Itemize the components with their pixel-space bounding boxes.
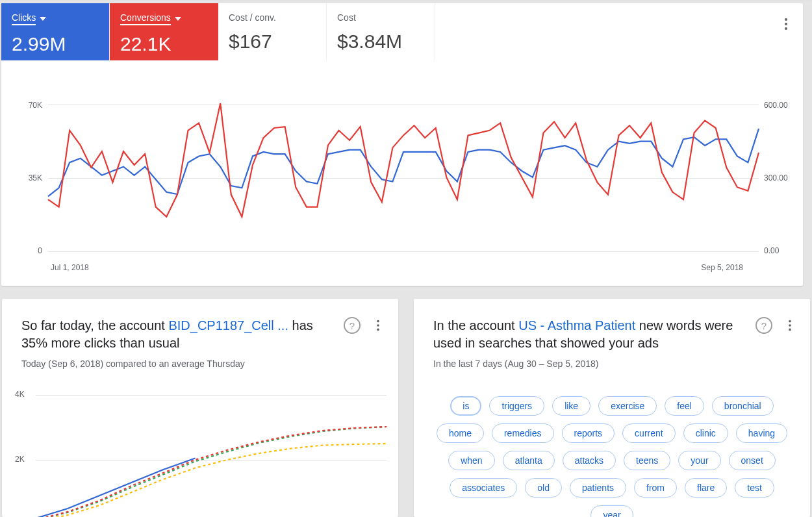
card-menu-button[interactable] bbox=[783, 318, 797, 333]
kpi-label: Cost bbox=[337, 12, 424, 23]
help-icon[interactable]: ? bbox=[344, 317, 361, 334]
svg-point-3 bbox=[377, 320, 379, 323]
search-term-pill[interactable]: exercise bbox=[598, 396, 657, 416]
search-term-pill[interactable]: teens bbox=[624, 451, 670, 470]
headline-prefix: In the account bbox=[433, 318, 518, 333]
search-term-pill[interactable]: current bbox=[622, 423, 676, 443]
y-right-tick: 0.00 bbox=[764, 246, 779, 255]
svg-point-8 bbox=[789, 329, 791, 331]
card-menu-button[interactable] bbox=[371, 318, 385, 333]
search-term-pill[interactable]: your bbox=[678, 451, 720, 470]
insight-subtext: In the last 7 days (Aug 30 – Sep 5, 2018… bbox=[433, 359, 791, 369]
search-term-pill[interactable]: feel bbox=[665, 396, 704, 416]
card-menu-button[interactable] bbox=[778, 16, 794, 32]
search-term-pill[interactable]: having bbox=[736, 423, 787, 443]
kpi-value: $3.84M bbox=[337, 31, 424, 53]
search-term-pill[interactable]: when bbox=[448, 451, 494, 470]
search-terms-pills: istriggerslikeexercisefeelbronchialhomer… bbox=[433, 396, 791, 517]
search-term-pill[interactable]: remedies bbox=[492, 423, 554, 443]
search-term-pill[interactable]: reports bbox=[562, 423, 615, 443]
kpi-row: Clicks 2.99M Conversions 22.1K Cost / co… bbox=[1, 3, 803, 60]
svg-point-1 bbox=[785, 23, 787, 25]
insight-subtext: Today (Sep 6, 2018) compared to an avera… bbox=[21, 359, 379, 369]
series-avg-high bbox=[36, 427, 387, 517]
series-conversions bbox=[48, 103, 759, 217]
kpi-clicks[interactable]: Clicks 2.99M bbox=[1, 3, 110, 60]
kpi-label: Clicks bbox=[12, 12, 36, 25]
y-left-tick: 0 bbox=[38, 246, 42, 255]
kpi-cost[interactable]: Cost $3.84M bbox=[327, 3, 435, 60]
account-link[interactable]: BID_CP1187_Cell ... bbox=[168, 318, 288, 333]
search-term-pill[interactable]: home bbox=[437, 423, 484, 443]
series-avg-mid bbox=[36, 427, 387, 517]
svg-point-6 bbox=[789, 320, 791, 323]
svg-point-0 bbox=[785, 18, 787, 21]
svg-point-4 bbox=[377, 324, 379, 327]
series-today bbox=[36, 459, 195, 518]
help-icon[interactable]: ? bbox=[755, 317, 772, 334]
overview-card: Clicks 2.99M Conversions 22.1K Cost / co… bbox=[1, 3, 803, 286]
svg-point-5 bbox=[377, 329, 379, 331]
insight-card-search-terms: ? In the account US - Asthma Patient new… bbox=[414, 299, 810, 517]
search-term-pill[interactable]: bronchial bbox=[712, 396, 774, 416]
search-term-pill[interactable]: triggers bbox=[489, 396, 544, 416]
search-term-pill[interactable]: onset bbox=[729, 451, 776, 470]
series-clicks bbox=[48, 129, 759, 196]
x-end-label: Sep 5, 2018 bbox=[701, 263, 743, 272]
search-term-pill[interactable]: year bbox=[590, 505, 633, 517]
y-tick: 4K bbox=[15, 390, 25, 399]
headline-prefix: So far today, the account bbox=[21, 318, 168, 333]
svg-point-2 bbox=[785, 27, 787, 30]
kpi-cost-per-conv[interactable]: Cost / conv. $167 bbox=[218, 3, 327, 60]
search-term-pill[interactable]: clinic bbox=[683, 423, 728, 443]
insights-row: ? So far today, the account BID_CP1187_C… bbox=[0, 299, 812, 517]
kpi-conversions[interactable]: Conversions 22.1K bbox=[110, 3, 218, 60]
account-link[interactable]: US - Asthma Patient bbox=[518, 318, 635, 333]
chevron-down-icon bbox=[175, 17, 181, 21]
search-term-pill[interactable]: like bbox=[552, 396, 590, 416]
insight-headline: So far today, the account BID_CP1187_Cel… bbox=[21, 317, 379, 352]
kpi-label: Cost / conv. bbox=[229, 12, 316, 23]
y-right-tick: 300.00 bbox=[764, 173, 788, 183]
search-term-pill[interactable]: patients bbox=[570, 478, 626, 498]
insight-chart-svg bbox=[36, 390, 387, 517]
kpi-value: 2.99M bbox=[12, 33, 99, 55]
x-start-label: Jul 1, 2018 bbox=[51, 263, 89, 272]
main-chart-svg bbox=[48, 103, 759, 253]
search-term-pill[interactable]: associates bbox=[450, 478, 517, 498]
kpi-label: Conversions bbox=[120, 12, 171, 25]
search-term-pill[interactable]: is bbox=[450, 396, 481, 416]
kpi-value: $167 bbox=[229, 31, 316, 53]
y-left-tick: 35K bbox=[29, 173, 42, 183]
insight-chart: 4K 2K bbox=[18, 390, 383, 517]
search-term-pill[interactable]: old bbox=[525, 478, 562, 498]
y-right-tick: 600.00 bbox=[764, 101, 788, 110]
main-chart: 70K 35K 0 600.00 300.00 0.00 Jul 1, 2018… bbox=[25, 82, 780, 272]
search-term-pill[interactable]: flare bbox=[685, 478, 727, 498]
search-term-pill[interactable]: test bbox=[735, 478, 774, 498]
y-left-tick: 70K bbox=[29, 101, 42, 110]
insight-card-clicks: ? So far today, the account BID_CP1187_C… bbox=[2, 299, 398, 517]
chevron-down-icon bbox=[40, 17, 46, 21]
search-term-pill[interactable]: attacks bbox=[563, 451, 616, 470]
insight-headline: In the account US - Asthma Patient new w… bbox=[433, 317, 791, 352]
search-term-pill[interactable]: from bbox=[634, 478, 677, 498]
search-term-pill[interactable]: atlanta bbox=[503, 451, 555, 470]
svg-point-7 bbox=[789, 324, 791, 327]
kpi-value: 22.1K bbox=[120, 33, 208, 55]
y-tick: 2K bbox=[15, 455, 25, 464]
